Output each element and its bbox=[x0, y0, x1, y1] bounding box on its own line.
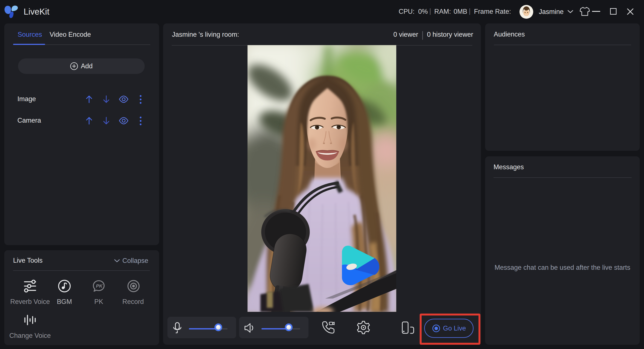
svg-text:PK: PK bbox=[96, 283, 103, 289]
